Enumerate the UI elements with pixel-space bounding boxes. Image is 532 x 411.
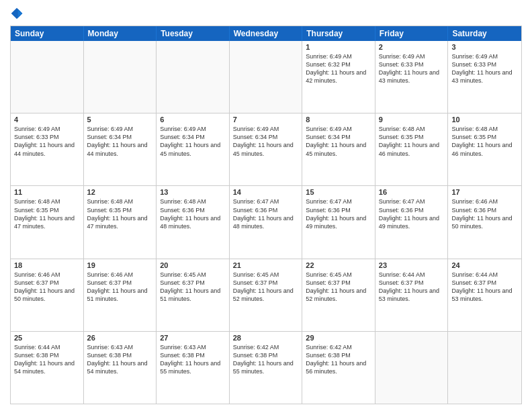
day-number: 15 xyxy=(306,188,371,196)
day-number: 3 xyxy=(451,43,518,51)
cell-sun-info: Sunrise: 6:45 AM Sunset: 6:37 PM Dayligh… xyxy=(306,271,371,304)
day-number: 12 xyxy=(87,188,153,196)
day-number: 9 xyxy=(379,116,445,124)
calendar-cell: 2Sunrise: 6:49 AM Sunset: 6:33 PM Daylig… xyxy=(375,41,449,113)
calendar-cell: 24Sunrise: 6:44 AM Sunset: 6:37 PM Dayli… xyxy=(448,259,521,331)
calendar-day-header: Friday xyxy=(375,26,449,41)
cell-sun-info: Sunrise: 6:49 AM Sunset: 6:32 PM Dayligh… xyxy=(306,52,371,85)
logo-icon xyxy=(10,7,24,20)
calendar-day-header: Wednesday xyxy=(230,26,303,41)
day-number: 13 xyxy=(160,188,226,196)
calendar-cell: 14Sunrise: 6:47 AM Sunset: 6:36 PM Dayli… xyxy=(230,186,303,258)
calendar-cell: 16Sunrise: 6:47 AM Sunset: 6:36 PM Dayli… xyxy=(375,186,449,258)
cell-sun-info: Sunrise: 6:48 AM Sunset: 6:35 PM Dayligh… xyxy=(379,125,445,158)
calendar-cell: 1Sunrise: 6:49 AM Sunset: 6:32 PM Daylig… xyxy=(302,41,375,113)
cell-sun-info: Sunrise: 6:46 AM Sunset: 6:36 PM Dayligh… xyxy=(451,197,518,230)
day-number: 21 xyxy=(233,261,299,269)
calendar-cell: 6Sunrise: 6:49 AM Sunset: 6:34 PM Daylig… xyxy=(157,113,230,185)
cell-sun-info: Sunrise: 6:49 AM Sunset: 6:34 PM Dayligh… xyxy=(87,125,153,158)
cell-sun-info: Sunrise: 6:49 AM Sunset: 6:34 PM Dayligh… xyxy=(233,125,299,158)
calendar-cell: 11Sunrise: 6:48 AM Sunset: 6:35 PM Dayli… xyxy=(11,186,84,258)
cell-sun-info: Sunrise: 6:45 AM Sunset: 6:37 PM Dayligh… xyxy=(233,271,299,304)
calendar-day-header: Thursday xyxy=(302,26,375,41)
day-number: 27 xyxy=(160,334,226,342)
calendar-cell: 13Sunrise: 6:48 AM Sunset: 6:36 PM Dayli… xyxy=(157,186,230,258)
calendar-cell: 25Sunrise: 6:44 AM Sunset: 6:38 PM Dayli… xyxy=(11,332,84,404)
calendar-week-row: 25Sunrise: 6:44 AM Sunset: 6:38 PM Dayli… xyxy=(11,332,521,404)
calendar-cell: 18Sunrise: 6:46 AM Sunset: 6:37 PM Dayli… xyxy=(11,259,84,331)
cell-sun-info: Sunrise: 6:48 AM Sunset: 6:35 PM Dayligh… xyxy=(14,197,80,230)
calendar-day-header: Saturday xyxy=(448,26,521,41)
cell-sun-info: Sunrise: 6:49 AM Sunset: 6:34 PM Dayligh… xyxy=(160,125,226,158)
calendar-cell xyxy=(230,41,303,113)
page: SundayMondayTuesdayWednesdayThursdayFrid… xyxy=(0,0,532,411)
day-number: 29 xyxy=(306,334,371,342)
day-number: 4 xyxy=(14,116,80,124)
day-number: 23 xyxy=(379,261,445,269)
header xyxy=(10,7,522,21)
cell-sun-info: Sunrise: 6:42 AM Sunset: 6:38 PM Dayligh… xyxy=(306,343,371,376)
cell-sun-info: Sunrise: 6:49 AM Sunset: 6:33 PM Dayligh… xyxy=(451,52,518,85)
calendar-cell: 9Sunrise: 6:48 AM Sunset: 6:35 PM Daylig… xyxy=(375,113,449,185)
calendar-cell: 4Sunrise: 6:49 AM Sunset: 6:33 PM Daylig… xyxy=(11,113,84,185)
cell-sun-info: Sunrise: 6:49 AM Sunset: 6:34 PM Dayligh… xyxy=(306,125,371,158)
calendar-cell: 28Sunrise: 6:42 AM Sunset: 6:38 PM Dayli… xyxy=(230,332,303,404)
day-number: 19 xyxy=(87,261,153,269)
calendar-cell xyxy=(375,332,449,404)
cell-sun-info: Sunrise: 6:44 AM Sunset: 6:37 PM Dayligh… xyxy=(451,271,518,304)
day-number: 7 xyxy=(233,116,299,124)
day-number: 18 xyxy=(14,261,80,269)
calendar-body: 1Sunrise: 6:49 AM Sunset: 6:32 PM Daylig… xyxy=(11,41,521,404)
day-number: 6 xyxy=(160,116,226,124)
calendar-day-header: Tuesday xyxy=(157,26,230,41)
day-number: 1 xyxy=(306,43,371,51)
calendar-cell: 21Sunrise: 6:45 AM Sunset: 6:37 PM Dayli… xyxy=(230,259,303,331)
cell-sun-info: Sunrise: 6:44 AM Sunset: 6:37 PM Dayligh… xyxy=(379,271,445,304)
day-number: 8 xyxy=(306,116,371,124)
calendar-cell: 8Sunrise: 6:49 AM Sunset: 6:34 PM Daylig… xyxy=(302,113,375,185)
logo xyxy=(10,7,25,21)
calendar-header-row: SundayMondayTuesdayWednesdayThursdayFrid… xyxy=(11,26,521,41)
calendar-cell: 26Sunrise: 6:43 AM Sunset: 6:38 PM Dayli… xyxy=(84,332,157,404)
calendar-cell xyxy=(84,41,157,113)
calendar-week-row: 18Sunrise: 6:46 AM Sunset: 6:37 PM Dayli… xyxy=(11,259,521,332)
calendar-cell: 7Sunrise: 6:49 AM Sunset: 6:34 PM Daylig… xyxy=(230,113,303,185)
day-number: 20 xyxy=(160,261,226,269)
day-number: 11 xyxy=(14,188,80,196)
calendar-cell: 27Sunrise: 6:43 AM Sunset: 6:38 PM Dayli… xyxy=(157,332,230,404)
calendar-cell: 23Sunrise: 6:44 AM Sunset: 6:37 PM Dayli… xyxy=(375,259,449,331)
cell-sun-info: Sunrise: 6:47 AM Sunset: 6:36 PM Dayligh… xyxy=(306,197,371,230)
cell-sun-info: Sunrise: 6:48 AM Sunset: 6:36 PM Dayligh… xyxy=(160,197,226,230)
calendar-cell: 17Sunrise: 6:46 AM Sunset: 6:36 PM Dayli… xyxy=(448,186,521,258)
cell-sun-info: Sunrise: 6:48 AM Sunset: 6:35 PM Dayligh… xyxy=(87,197,153,230)
cell-sun-info: Sunrise: 6:49 AM Sunset: 6:33 PM Dayligh… xyxy=(14,125,80,158)
cell-sun-info: Sunrise: 6:45 AM Sunset: 6:37 PM Dayligh… xyxy=(160,271,226,304)
cell-sun-info: Sunrise: 6:48 AM Sunset: 6:35 PM Dayligh… xyxy=(451,125,518,158)
calendar-cell xyxy=(11,41,84,113)
day-number: 22 xyxy=(306,261,371,269)
day-number: 2 xyxy=(379,43,445,51)
calendar-day-header: Sunday xyxy=(11,26,84,41)
day-number: 26 xyxy=(87,334,153,342)
cell-sun-info: Sunrise: 6:46 AM Sunset: 6:37 PM Dayligh… xyxy=(14,271,80,304)
cell-sun-info: Sunrise: 6:47 AM Sunset: 6:36 PM Dayligh… xyxy=(233,197,299,230)
calendar-cell: 5Sunrise: 6:49 AM Sunset: 6:34 PM Daylig… xyxy=(84,113,157,185)
day-number: 16 xyxy=(379,188,445,196)
day-number: 24 xyxy=(451,261,518,269)
calendar-cell: 3Sunrise: 6:49 AM Sunset: 6:33 PM Daylig… xyxy=(448,41,521,113)
calendar-cell: 10Sunrise: 6:48 AM Sunset: 6:35 PM Dayli… xyxy=(448,113,521,185)
cell-sun-info: Sunrise: 6:46 AM Sunset: 6:37 PM Dayligh… xyxy=(87,271,153,304)
cell-sun-info: Sunrise: 6:43 AM Sunset: 6:38 PM Dayligh… xyxy=(87,343,153,376)
day-number: 17 xyxy=(451,188,518,196)
calendar-cell: 15Sunrise: 6:47 AM Sunset: 6:36 PM Dayli… xyxy=(302,186,375,258)
calendar-week-row: 11Sunrise: 6:48 AM Sunset: 6:35 PM Dayli… xyxy=(11,186,521,259)
calendar: SundayMondayTuesdayWednesdayThursdayFrid… xyxy=(10,26,522,404)
cell-sun-info: Sunrise: 6:47 AM Sunset: 6:36 PM Dayligh… xyxy=(379,197,445,230)
calendar-week-row: 4Sunrise: 6:49 AM Sunset: 6:33 PM Daylig… xyxy=(11,113,521,186)
day-number: 25 xyxy=(14,334,80,342)
cell-sun-info: Sunrise: 6:43 AM Sunset: 6:38 PM Dayligh… xyxy=(160,343,226,376)
calendar-cell: 12Sunrise: 6:48 AM Sunset: 6:35 PM Dayli… xyxy=(84,186,157,258)
svg-marker-1 xyxy=(18,9,23,17)
calendar-cell xyxy=(448,332,521,404)
cell-sun-info: Sunrise: 6:49 AM Sunset: 6:33 PM Dayligh… xyxy=(379,52,445,85)
